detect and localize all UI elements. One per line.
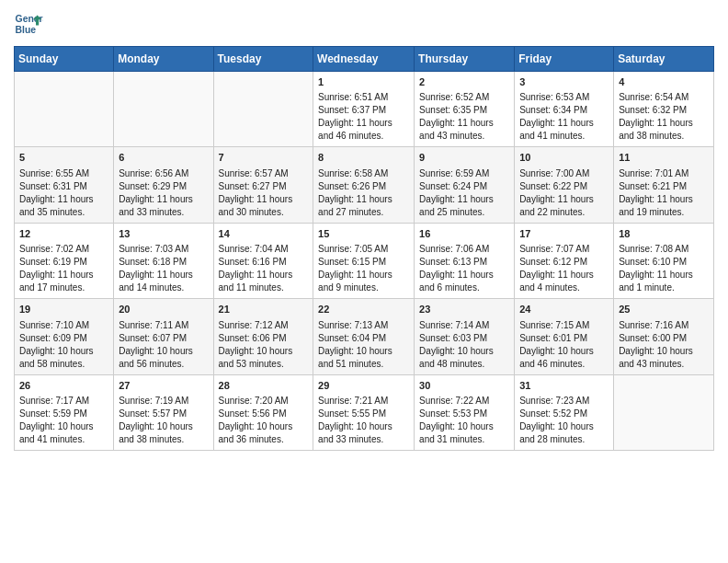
cell-text: Sunset: 6:01 PM (519, 332, 609, 345)
cell-text: Sunset: 6:13 PM (419, 256, 509, 269)
day-number: 15 (318, 227, 409, 241)
cell-text: Daylight: 11 hours and 4 minutes. (519, 269, 609, 294)
cell-text: Daylight: 10 hours and 53 minutes. (219, 345, 309, 371)
cell-text: Sunrise: 6:54 AM (619, 91, 709, 104)
col-header-wednesday: Wednesday (313, 47, 415, 72)
day-number: 10 (519, 151, 609, 165)
calendar-cell: 28Sunrise: 7:20 AMSunset: 5:56 PMDayligh… (213, 374, 313, 450)
logo: General Blue (14, 9, 43, 39)
cell-text: Daylight: 11 hours and 35 minutes. (19, 193, 108, 219)
col-header-monday: Monday (114, 47, 213, 72)
cell-text: Sunset: 6:22 PM (519, 180, 609, 193)
cell-text: Sunrise: 7:22 AM (419, 395, 509, 408)
calendar-cell: 30Sunrise: 7:22 AMSunset: 5:53 PMDayligh… (415, 374, 515, 450)
cell-text: Daylight: 11 hours and 19 minutes. (619, 193, 709, 219)
day-number: 7 (219, 151, 309, 165)
calendar-cell: 22Sunrise: 7:13 AMSunset: 6:04 PMDayligh… (313, 299, 415, 374)
cell-text: Daylight: 10 hours and 28 minutes. (519, 420, 609, 446)
calendar-cell (114, 72, 213, 147)
cell-text: Sunset: 6:21 PM (619, 180, 709, 193)
cell-text: Daylight: 11 hours and 17 minutes. (19, 269, 108, 294)
cell-text: Sunrise: 6:58 AM (318, 167, 409, 180)
cell-text: Sunset: 6:00 PM (619, 332, 709, 345)
cell-text: Sunset: 6:27 PM (219, 180, 309, 193)
cell-text: Sunrise: 7:04 AM (219, 243, 309, 256)
day-number: 26 (19, 379, 108, 393)
cell-text: Sunrise: 7:08 AM (619, 243, 709, 256)
cell-text: Sunrise: 7:16 AM (619, 319, 709, 332)
day-number: 17 (519, 227, 609, 241)
day-number: 1 (318, 75, 409, 89)
cell-text: Sunset: 6:16 PM (219, 256, 309, 269)
cell-text: Sunset: 6:26 PM (318, 180, 409, 193)
cell-text: Sunrise: 6:53 AM (519, 91, 609, 104)
day-number: 3 (519, 75, 609, 89)
calendar-cell: 14Sunrise: 7:04 AMSunset: 6:16 PMDayligh… (213, 223, 313, 298)
cell-text: Sunrise: 7:01 AM (619, 167, 709, 180)
cell-text: Sunrise: 7:11 AM (119, 319, 208, 332)
calendar-cell: 24Sunrise: 7:15 AMSunset: 6:01 PMDayligh… (515, 299, 614, 374)
cell-text: Sunset: 5:53 PM (419, 408, 509, 420)
calendar-cell: 23Sunrise: 7:14 AMSunset: 6:03 PMDayligh… (415, 299, 515, 374)
day-number: 20 (119, 303, 208, 316)
cell-text: Daylight: 10 hours and 48 minutes. (419, 345, 509, 371)
cell-text: Daylight: 11 hours and 41 minutes. (519, 117, 609, 143)
day-number: 19 (19, 303, 108, 316)
cell-text: Sunset: 6:18 PM (119, 256, 208, 269)
cell-text: Sunrise: 7:17 AM (19, 395, 108, 408)
cell-text: Sunrise: 7:00 AM (519, 167, 609, 180)
cell-text: Daylight: 10 hours and 58 minutes. (19, 345, 108, 371)
calendar-cell: 1Sunrise: 6:51 AMSunset: 6:37 PMDaylight… (313, 72, 415, 147)
calendar-table: SundayMondayTuesdayWednesdayThursdayFrid… (14, 46, 714, 451)
calendar-cell: 9Sunrise: 6:59 AMSunset: 6:24 PMDaylight… (415, 147, 515, 223)
cell-text: Daylight: 10 hours and 56 minutes. (119, 345, 208, 371)
logo-icon: General Blue (14, 9, 43, 39)
cell-text: Daylight: 10 hours and 38 minutes. (119, 420, 208, 446)
cell-text: Sunset: 6:32 PM (619, 104, 709, 117)
calendar-cell: 19Sunrise: 7:10 AMSunset: 6:09 PMDayligh… (15, 299, 114, 374)
day-number: 28 (219, 379, 309, 393)
cell-text: Sunset: 6:37 PM (318, 104, 409, 117)
cell-text: Daylight: 10 hours and 36 minutes. (219, 420, 309, 446)
cell-text: Sunset: 6:09 PM (19, 332, 108, 345)
col-header-tuesday: Tuesday (213, 47, 313, 72)
day-number: 27 (119, 379, 208, 393)
day-number: 13 (119, 227, 208, 241)
col-header-saturday: Saturday (614, 47, 714, 72)
cell-text: Sunrise: 6:51 AM (318, 91, 409, 104)
cell-text: Sunset: 6:03 PM (419, 332, 509, 345)
cell-text: Sunset: 5:56 PM (219, 408, 309, 420)
cell-text: Sunset: 6:24 PM (419, 180, 509, 193)
cell-text: Sunrise: 7:12 AM (219, 319, 309, 332)
cell-text: Sunrise: 7:10 AM (19, 319, 108, 332)
day-number: 6 (119, 151, 208, 165)
day-number: 21 (219, 303, 309, 316)
cell-text: Daylight: 10 hours and 33 minutes. (318, 420, 409, 446)
cell-text: Daylight: 11 hours and 1 minute. (619, 269, 709, 294)
cell-text: Daylight: 10 hours and 31 minutes. (419, 420, 509, 446)
day-number: 25 (619, 303, 709, 316)
calendar-cell: 25Sunrise: 7:16 AMSunset: 6:00 PMDayligh… (614, 299, 714, 374)
day-number: 2 (419, 75, 509, 89)
day-number: 31 (519, 379, 609, 393)
day-number: 23 (419, 303, 509, 316)
calendar-cell: 27Sunrise: 7:19 AMSunset: 5:57 PMDayligh… (114, 374, 213, 450)
cell-text: Daylight: 11 hours and 22 minutes. (519, 193, 609, 219)
cell-text: Sunrise: 7:19 AM (119, 395, 208, 408)
cell-text: Sunrise: 7:13 AM (318, 319, 409, 332)
cell-text: Daylight: 11 hours and 38 minutes. (619, 117, 709, 143)
calendar-cell: 6Sunrise: 6:56 AMSunset: 6:29 PMDaylight… (114, 147, 213, 223)
cell-text: Daylight: 11 hours and 25 minutes. (419, 193, 509, 219)
cell-text: Daylight: 11 hours and 9 minutes. (318, 269, 409, 294)
calendar-cell: 15Sunrise: 7:05 AMSunset: 6:15 PMDayligh… (313, 223, 415, 298)
day-number: 11 (619, 151, 709, 165)
day-number: 14 (219, 227, 309, 241)
cell-text: Daylight: 11 hours and 11 minutes. (219, 269, 309, 294)
page-header: General Blue (14, 9, 714, 39)
calendar-cell: 5Sunrise: 6:55 AMSunset: 6:31 PMDaylight… (15, 147, 114, 223)
cell-text: Sunset: 6:04 PM (318, 332, 409, 345)
calendar-cell (213, 72, 313, 147)
cell-text: Sunset: 6:29 PM (119, 180, 208, 193)
col-header-friday: Friday (515, 47, 614, 72)
cell-text: Sunset: 6:34 PM (519, 104, 609, 117)
